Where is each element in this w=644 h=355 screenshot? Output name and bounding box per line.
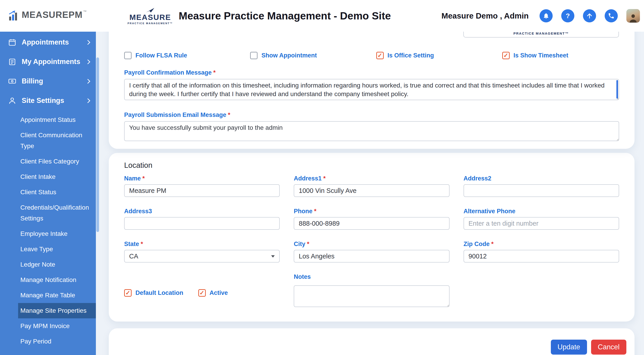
textarea-scrollbar-thumb[interactable] (616, 80, 618, 98)
sidebar-item-label: Site Settings (22, 96, 86, 105)
site-settings-submenu: Appointment Status Client Communication … (0, 112, 96, 349)
sidebar-subitem[interactable]: Ledger Note (18, 257, 96, 272)
bell-icon (543, 12, 550, 19)
brand-text: MEASUREPM (22, 10, 82, 20)
zipcode-field: Zip Code* (464, 240, 619, 262)
payroll-confirmation-field: Payroll Confirmation Message* I certify … (124, 69, 619, 101)
header: MEASUREPM ™ MEASURE PRACTICE MANAGEMENT™… (0, 0, 644, 32)
checkbox-icon (124, 52, 132, 59)
required-asterisk: * (142, 175, 145, 182)
payroll-confirmation-textarea[interactable]: I certify that all of the information on… (124, 79, 619, 100)
arrow-up-icon (586, 12, 593, 19)
checkbox-show-appointment[interactable]: Show Appointment (250, 52, 367, 59)
sidebar-subitem[interactable]: Client Files Category (18, 154, 96, 169)
checkbox-icon (124, 289, 132, 297)
checkbox-icon (376, 52, 384, 59)
sidebar-item-site-settings[interactable]: Site Settings (0, 91, 96, 110)
header-right: Measure Demo , Admin ? (442, 9, 644, 22)
measurepm-logo: MEASUREPM ™ (8, 10, 98, 22)
chevron-right-icon (86, 40, 90, 44)
action-bar: Update Cancel (109, 328, 634, 355)
sidebar-subitem[interactable]: Leave Type (18, 242, 96, 257)
location-checkboxes: Default Location Active (124, 273, 280, 308)
sidebar-subitem[interactable]: Pay Period (18, 334, 96, 349)
notes-textarea[interactable] (294, 285, 449, 307)
checkbox-is-office-setting[interactable]: Is Office Setting (376, 52, 493, 59)
page-title: Measure Practice Management - Demo Site (179, 10, 391, 22)
checkbox-is-show-timesheet[interactable]: Is Show Timesheet (502, 52, 619, 59)
city-input[interactable] (294, 250, 449, 262)
sidebar-subitem[interactable]: Credentials/Qualification Settings (18, 200, 96, 226)
required-asterisk: * (228, 112, 230, 118)
notifications-button[interactable] (540, 9, 553, 22)
sidebar-subitem[interactable]: Manage Rate Table (18, 288, 96, 303)
call-button[interactable] (605, 9, 618, 22)
name-input[interactable] (124, 184, 280, 197)
site-properties-card: PRACTICE MANAGEMENT™ Follow FLSA Rule Sh… (109, 32, 634, 149)
calendar-icon (8, 38, 16, 46)
sidebar-item-label: Appointments (22, 38, 86, 46)
notes-field: Notes (294, 273, 449, 308)
sidebar-subitem[interactable]: Appointment Status (18, 112, 96, 128)
checkbox-icon (250, 52, 258, 59)
sidebar-item-label: My Appointments (22, 58, 86, 66)
sidebar-subitem[interactable]: Employee Intake (18, 226, 96, 242)
sidebar-item-billing[interactable]: Billing (0, 72, 96, 91)
state-select[interactable]: CA (124, 250, 280, 262)
sidebar-subitem[interactable]: Client Status (18, 184, 96, 200)
payroll-submission-field: Payroll Submission Email Message* You ha… (124, 112, 619, 142)
user-name: Measure Demo , Admin (442, 11, 529, 20)
main-content: PRACTICE MANAGEMENT™ Follow FLSA Rule Sh… (100, 32, 644, 355)
measure-practice-logo: MEASURE PRACTICE MANAGEMENT™ (128, 7, 173, 25)
location-bottom-row: Default Location Active Notes (124, 273, 619, 308)
address3-input[interactable] (124, 217, 280, 230)
checkbox-icon (502, 52, 510, 59)
help-button[interactable]: ? (561, 9, 574, 22)
calendar-list-icon (8, 58, 16, 66)
sidebar-subitem[interactable]: Client Intake (18, 169, 96, 184)
cancel-button[interactable]: Cancel (591, 340, 626, 354)
sidebar-scrollbar-thumb[interactable] (96, 58, 99, 232)
sidebar: Appointments My Appointments Billing Sit… (0, 32, 96, 355)
checkbox-label: Follow FLSA Rule (136, 52, 187, 59)
location-card: Location Name* Address1* Address2 Addres… (109, 153, 634, 322)
sidebar-subitem[interactable]: Client Communication Type (18, 128, 96, 154)
location-section-title: Location (124, 161, 619, 170)
logo-dropdown-text: PRACTICE MANAGEMENT™ (514, 32, 569, 35)
payroll-submission-textarea[interactable]: You have successfully submit your payrol… (124, 121, 619, 141)
address2-input[interactable] (464, 184, 619, 197)
sidebar-subitem-manage-site-properties[interactable]: Manage Site Properties (18, 303, 96, 318)
state-field: State* CA (124, 240, 280, 262)
alternative-phone-field: Alternative Phone (464, 208, 619, 230)
brand-trademark: ™ (83, 10, 86, 14)
avatar[interactable] (626, 9, 640, 22)
name-field: Name* (124, 175, 280, 197)
logo-line2: PRACTICE MANAGEMENT™ (128, 22, 173, 25)
sidebar-subitem[interactable]: Pay MPM Invoice (18, 318, 96, 334)
phone-input[interactable] (294, 217, 449, 230)
checkbox-icon (198, 289, 206, 297)
sidebar-subitem[interactable]: Manage Notification (18, 272, 96, 288)
logo-line1: MEASURE (129, 13, 171, 21)
upload-button[interactable] (583, 9, 596, 22)
required-asterisk: * (491, 240, 494, 247)
address2-field: Address2 (464, 175, 619, 197)
sidebar-item-appointments[interactable]: Appointments (0, 32, 96, 52)
phone-field: Phone* (294, 208, 449, 230)
plane-icon (146, 7, 155, 13)
chevron-right-icon (86, 79, 90, 84)
address1-input[interactable] (294, 184, 449, 197)
checkbox-active[interactable]: Active (198, 289, 228, 297)
sidebar-item-my-appointments[interactable]: My Appointments (0, 52, 96, 72)
required-asterisk: * (323, 175, 326, 182)
zipcode-input[interactable] (464, 250, 619, 262)
banknote-icon (8, 77, 16, 85)
checkbox-label: Is Show Timesheet (514, 52, 568, 59)
alternative-phone-input[interactable] (464, 217, 619, 230)
update-button[interactable]: Update (551, 340, 587, 354)
sidebar-item-label: Billing (22, 77, 86, 85)
checkbox-follow-flsa-rule[interactable]: Follow FLSA Rule (124, 52, 241, 59)
checkbox-label: Default Location (136, 290, 184, 296)
checkbox-default-location[interactable]: Default Location (124, 289, 184, 297)
logo-dropdown-partial[interactable]: PRACTICE MANAGEMENT™ (463, 32, 619, 38)
